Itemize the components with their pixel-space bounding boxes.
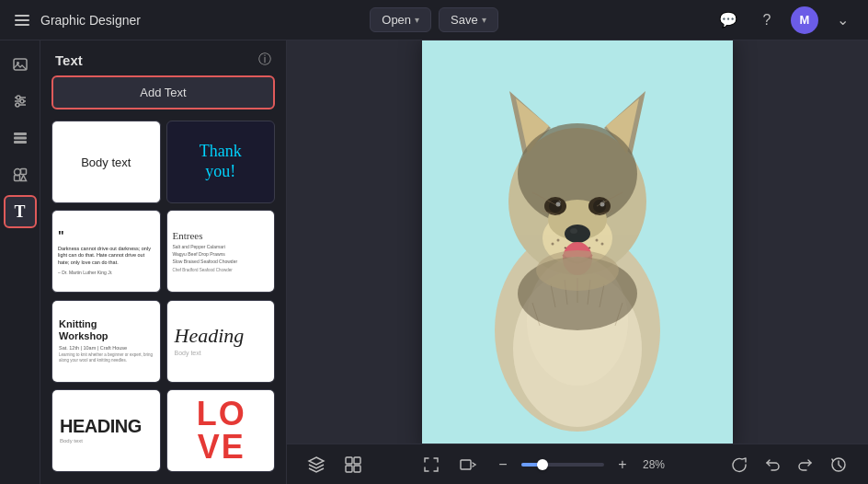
sidebar-icon-elements[interactable] — [4, 158, 37, 191]
svg-rect-55 — [346, 457, 352, 464]
menu-icon[interactable] — [11, 11, 33, 29]
text-icon: T — [14, 202, 25, 222]
svg-rect-8 — [14, 133, 27, 135]
add-text-button[interactable]: Add Text — [51, 75, 275, 109]
zoom-slider-thumb — [537, 459, 548, 470]
sidebar-icon-layers[interactable] — [4, 121, 37, 155]
open-button[interactable]: Open ▾ — [370, 7, 431, 32]
save-chevron-icon: ▾ — [482, 15, 486, 25]
zoom-slider[interactable] — [521, 463, 604, 467]
template-knitting[interactable]: KnittingWorkshop Sat. 12th | 10am | Craf… — [51, 300, 161, 383]
expand-icon[interactable]: ⌄ — [828, 6, 857, 35]
svg-point-30 — [549, 200, 562, 213]
grid-icon[interactable] — [338, 450, 368, 479]
svg-point-51 — [552, 243, 554, 246]
open-chevron-icon: ▾ — [415, 15, 419, 25]
sidebar-icon-adjustments[interactable] — [4, 85, 37, 118]
bottom-right-controls — [725, 450, 853, 479]
svg-marker-14 — [20, 176, 26, 181]
love-content: L O V E — [167, 390, 275, 471]
text-panel: Text ⓘ Add Text Body text Thankyou! " Da… — [40, 40, 287, 484]
zoom-controls: − + — [490, 452, 635, 478]
svg-point-54 — [536, 250, 619, 291]
sidebar-icon-text[interactable]: T — [4, 195, 37, 228]
bottom-center-controls: − + 28% — [417, 450, 676, 479]
heading-big-content: HEADING Body text — [52, 390, 160, 471]
sidebar-icon-image[interactable] — [4, 48, 37, 81]
knitting-content: KnittingWorkshop Sat. 12th | 10am | Craf… — [52, 301, 160, 382]
topnav-right: 💬 ? M ⌄ — [498, 6, 857, 35]
layers-panel-icon[interactable] — [302, 450, 331, 479]
svg-rect-57 — [346, 466, 352, 472]
bottom-left-controls — [302, 450, 368, 479]
svg-rect-58 — [354, 466, 360, 472]
template-body-text[interactable]: Body text — [51, 121, 161, 203]
svg-point-35 — [570, 228, 577, 234]
svg-rect-10 — [14, 141, 27, 144]
zoom-percent-label: 28% — [643, 458, 676, 471]
svg-rect-12 — [20, 169, 26, 175]
avatar[interactable]: M — [791, 6, 818, 34]
info-icon[interactable]: ⓘ — [258, 52, 271, 68]
zoom-in-button[interactable]: + — [610, 452, 635, 478]
thank-you-label: Thankyou! — [200, 142, 242, 181]
svg-point-6 — [20, 99, 24, 103]
main-area: T Text ⓘ Add Text Body text Thankyou! " … — [0, 40, 868, 484]
svg-point-11 — [14, 169, 20, 176]
svg-point-5 — [17, 96, 20, 99]
template-heading[interactable]: Heading Body text — [166, 300, 276, 383]
heading-content: Heading Body text — [167, 301, 275, 382]
undo-icon[interactable] — [758, 450, 787, 479]
topnav-center: Open ▾ Save ▾ — [370, 7, 497, 32]
template-quote[interactable]: " Darkness cannot drive out darkness; on… — [51, 210, 161, 293]
svg-rect-59 — [461, 460, 471, 469]
svg-rect-56 — [354, 457, 360, 464]
bottom-bar: − + 28% — [287, 444, 868, 484]
resize-icon[interactable] — [453, 450, 483, 479]
template-entrees[interactable]: Entrees Salt and Pepper Calamari Wagyu B… — [166, 210, 276, 293]
svg-point-31 — [593, 200, 606, 213]
topnav: Graphic Designer Open ▾ Save ▾ 💬 ? M ⌄ — [0, 0, 868, 40]
save-button[interactable]: Save ▾ — [439, 7, 498, 32]
menu-content: Entrees Salt and Pepper Calamari Wagyu B… — [167, 211, 275, 292]
svg-point-53 — [601, 243, 604, 246]
canvas-frame — [422, 40, 733, 444]
svg-point-50 — [557, 239, 560, 242]
svg-point-7 — [16, 103, 19, 107]
refresh-icon[interactable] — [725, 450, 754, 479]
svg-point-52 — [596, 239, 599, 242]
redo-icon[interactable] — [791, 450, 820, 479]
templates-grid: Body text Thankyou! " Darkness cannot dr… — [40, 121, 286, 484]
panel-header: Text ⓘ — [40, 40, 286, 75]
template-heading-big[interactable]: HEADING Body text — [51, 389, 161, 472]
panel-title: Text — [55, 52, 83, 68]
svg-rect-13 — [14, 176, 19, 181]
fit-screen-icon[interactable] — [417, 450, 446, 479]
zoom-out-button[interactable]: − — [490, 452, 516, 478]
app-title: Graphic Designer — [40, 13, 141, 28]
topnav-left: Graphic Designer — [11, 11, 370, 29]
canvas-workspace — [287, 40, 868, 444]
svg-point-1 — [17, 62, 19, 64]
quote-content: " Darkness cannot drive out darkness; on… — [52, 222, 160, 282]
canvas-area: − + 28% — [287, 40, 868, 484]
icon-sidebar: T — [0, 40, 40, 484]
template-love[interactable]: L O V E — [166, 389, 276, 472]
body-text-label: Body text — [81, 156, 131, 169]
svg-point-34 — [565, 225, 590, 243]
svg-rect-9 — [14, 137, 27, 140]
chat-icon[interactable]: 💬 — [714, 6, 743, 35]
history-icon[interactable] — [824, 450, 853, 479]
template-thank-you[interactable]: Thankyou! — [166, 121, 276, 203]
help-icon[interactable]: ? — [752, 6, 782, 35]
